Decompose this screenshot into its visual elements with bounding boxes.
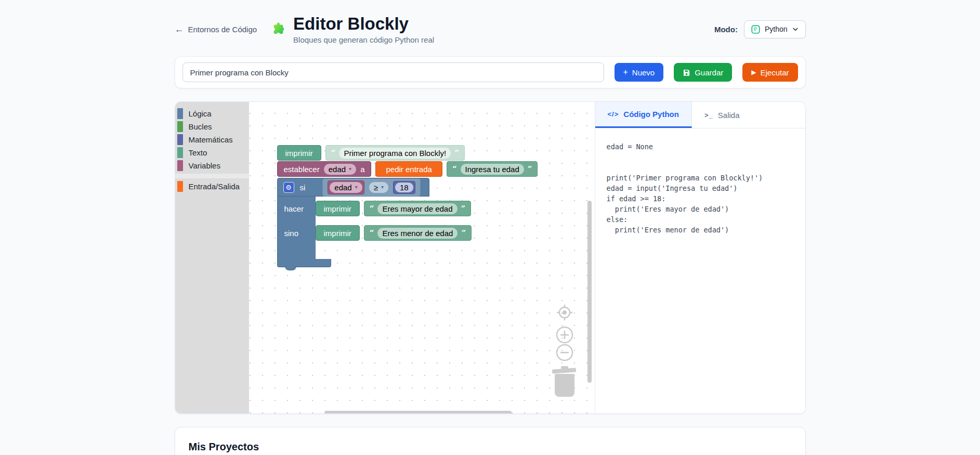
- block-set-variable[interactable]: establecer edad ▾ a pedir entrada “ Ingr…: [277, 161, 538, 177]
- category-color-bar: [177, 134, 183, 145]
- toolbox-category-texto[interactable]: Texto: [175, 146, 249, 159]
- variable-dropdown[interactable]: edad ▾: [324, 164, 356, 175]
- toolbox-category-bucles[interactable]: Bucles: [175, 120, 249, 133]
- if-condition-row[interactable]: ⚙ si edad ▾ ≥ ▾: [277, 178, 429, 197]
- category-label: Matemáticas: [189, 135, 233, 144]
- category-color-bar: [177, 121, 183, 132]
- save-button-label: Guardar: [695, 68, 723, 77]
- set-variable-block[interactable]: establecer edad ▾ a: [277, 161, 372, 177]
- variable-dropdown[interactable]: edad ▾: [330, 182, 362, 193]
- if-keyword: si: [300, 183, 306, 192]
- run-button-label: Ejecutar: [760, 68, 789, 77]
- python-icon: [751, 25, 760, 34]
- set-block-label: establecer: [284, 165, 320, 174]
- do-label: hacer: [284, 204, 304, 213]
- title-group: Editor Blockly Bloques que generan códig…: [293, 14, 434, 44]
- string-block[interactable]: “ Eres menor de edad ”: [364, 225, 472, 241]
- mode-select-value: Python: [765, 25, 788, 33]
- input-block-label: pedir entrada: [386, 165, 432, 174]
- generated-code[interactable]: edad = None print('Primer programa con B…: [595, 128, 805, 413]
- blockly-toolbox: Lógica Bucles Matemáticas Texto Variable…: [175, 102, 249, 413]
- dropdown-arrow-icon: ▾: [381, 185, 384, 190]
- blockly-logo-icon: [271, 21, 287, 37]
- category-label: Variables: [189, 161, 220, 170]
- string-field[interactable]: Eres menor de edad: [377, 228, 458, 239]
- chevron-down-icon: [792, 26, 799, 32]
- block-print-false[interactable]: imprimir “ Eres menor de edad ”: [316, 216, 472, 241]
- block-if-else[interactable]: ⚙ si edad ▾ ≥ ▾: [277, 178, 472, 267]
- back-arrow-icon: ←: [175, 24, 184, 34]
- projects-card: Mis Proyectos: [175, 427, 806, 455]
- string-block[interactable]: “ Eres mayor de edad ”: [364, 201, 471, 216]
- tab-codigo-python[interactable]: </> Código Python: [595, 102, 692, 128]
- toolbox-category-matematicas[interactable]: Matemáticas: [175, 133, 249, 146]
- category-color-bar: [177, 147, 183, 158]
- string-block[interactable]: “ Ingresa tu edad ”: [447, 161, 538, 177]
- project-name-input[interactable]: [182, 62, 604, 82]
- recenter-icon[interactable]: [556, 304, 573, 321]
- page-title: Editor Blockly: [293, 14, 434, 34]
- toolbox-category-logica[interactable]: Lógica: [175, 107, 249, 120]
- mode-selector: Modo: Python: [714, 20, 806, 38]
- new-button[interactable]: + Nuevo: [615, 63, 664, 82]
- blockly-workspace[interactable]: imprimir “ Primer programa con Blockly! …: [249, 102, 595, 413]
- zoom-out-icon[interactable]: [556, 344, 573, 361]
- gear-icon[interactable]: ⚙: [283, 182, 294, 193]
- code-icon: </>: [608, 110, 619, 118]
- category-label: Bucles: [189, 122, 212, 131]
- trash-icon[interactable]: [552, 366, 577, 396]
- save-button[interactable]: Guardar: [674, 63, 732, 82]
- string-field[interactable]: Primer programa con Blockly!: [339, 148, 451, 159]
- operator-dropdown[interactable]: ≥ ▾: [369, 182, 388, 193]
- toolbox-category-entrada-salida[interactable]: Entrada/Salida: [175, 180, 249, 193]
- header: ← Entornos de Código Editor Blockly Bloq…: [175, 0, 806, 45]
- horizontal-scrollbar[interactable]: [324, 411, 512, 413]
- number-field[interactable]: 18: [395, 183, 413, 192]
- zoom-in-icon[interactable]: [556, 326, 573, 344]
- trash-body: [555, 374, 574, 397]
- close-quote-icon: ”: [454, 149, 459, 157]
- operator-value: ≥: [374, 183, 378, 192]
- mode-select[interactable]: Python: [744, 20, 806, 38]
- variable-name: edad: [334, 183, 351, 192]
- comparison-block[interactable]: edad ▾ ≥ ▾ 18: [322, 178, 420, 197]
- projects-title: Mis Proyectos: [189, 441, 792, 453]
- input-block[interactable]: pedir entrada: [375, 161, 442, 177]
- print-block[interactable]: imprimir: [316, 201, 360, 216]
- vertical-scrollbar[interactable]: [587, 201, 592, 383]
- number-block[interactable]: 18: [393, 181, 415, 194]
- string-shadow-block[interactable]: “ Primer programa con Blockly! ”: [325, 145, 465, 161]
- category-label: Lógica: [189, 109, 212, 118]
- block-print-title[interactable]: imprimir “ Primer programa con Blockly! …: [277, 145, 465, 161]
- tab-salida[interactable]: >_ Salida: [692, 102, 752, 128]
- print-block[interactable]: imprimir: [316, 225, 360, 241]
- print-block-label: imprimir: [324, 229, 351, 238]
- open-quote-icon: “: [370, 205, 374, 213]
- close-quote-icon: ”: [528, 165, 532, 173]
- open-quote-icon: “: [370, 229, 374, 237]
- play-icon: ▶: [751, 69, 756, 75]
- string-field[interactable]: Eres mayor de edad: [377, 203, 457, 214]
- else-label: sino: [284, 229, 299, 238]
- set-block-connector: a: [360, 165, 364, 174]
- toolbox-category-variables[interactable]: Variables: [175, 159, 249, 172]
- toolbox-separator: [175, 174, 249, 178]
- save-icon: [683, 69, 690, 76]
- print-block-label: imprimir: [285, 149, 313, 158]
- new-button-label: Nuevo: [632, 68, 655, 77]
- string-field[interactable]: Ingresa tu edad: [461, 164, 524, 175]
- print-block[interactable]: imprimir: [277, 145, 321, 161]
- run-button[interactable]: ▶ Ejecutar: [742, 63, 798, 82]
- project-toolbar: + Nuevo Guardar ▶ Ejecutar: [175, 56, 806, 88]
- terminal-icon: >_: [704, 111, 713, 119]
- variable-block[interactable]: edad ▾: [328, 180, 364, 194]
- code-panel-tabs: </> Código Python >_ Salida: [595, 102, 805, 128]
- back-link[interactable]: ← Entornos de Código: [175, 24, 257, 34]
- variable-name: edad: [329, 165, 346, 174]
- dropdown-arrow-icon: ▾: [355, 185, 358, 190]
- plus-icon: +: [623, 68, 628, 76]
- category-color-bar: [177, 160, 183, 171]
- block-print-true[interactable]: imprimir “ Eres mayor de edad ”: [316, 197, 472, 216]
- open-quote-icon: “: [452, 165, 457, 173]
- print-block-label: imprimir: [324, 204, 351, 213]
